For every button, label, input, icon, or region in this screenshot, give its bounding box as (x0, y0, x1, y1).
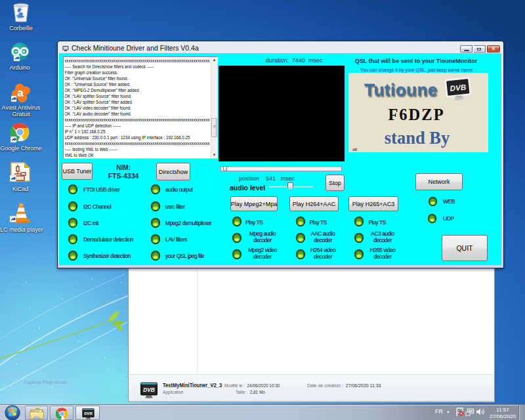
svg-text:a: a (17, 87, 24, 99)
svg-text:DVB: DVB (143, 387, 155, 393)
svg-text:DVB: DVB (84, 411, 93, 415)
svg-text:Capture Plein écran: Capture Plein écran (24, 379, 67, 385)
svg-text:DVB: DVB (450, 83, 467, 93)
